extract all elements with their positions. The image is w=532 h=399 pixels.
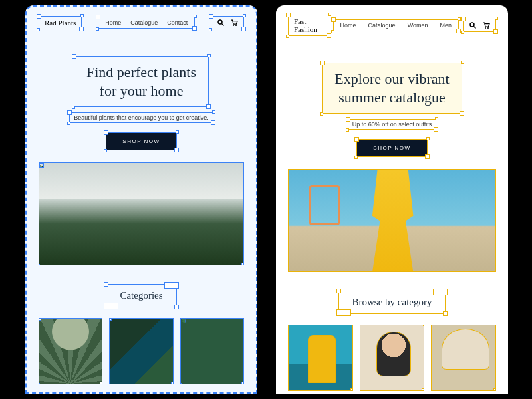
hero-title[interactable]: Explore our vibrant summer catalogue <box>322 63 462 114</box>
category-card[interactable] <box>360 325 425 391</box>
category-card[interactable] <box>39 318 102 384</box>
nav-item-men[interactable]: Men <box>440 22 452 29</box>
nav-item-women[interactable]: Women <box>408 22 428 29</box>
hero-subtitle[interactable]: Beautiful plants that encourage you to g… <box>69 112 213 123</box>
svg-line-1 <box>222 24 224 26</box>
hero-subtitle[interactable]: Up to 60% off on select outfits <box>348 119 436 130</box>
categories-title[interactable]: Categories <box>106 284 176 307</box>
svg-point-3 <box>235 25 237 26</box>
svg-point-7 <box>487 27 489 29</box>
shop-now-button[interactable]: SHOP NOW <box>356 139 427 157</box>
header: Fast Fashion Home Catalogue Women Men <box>288 15 496 36</box>
search-icon[interactable] <box>217 19 225 27</box>
hero-image[interactable] <box>39 162 244 265</box>
categories-row <box>288 325 496 391</box>
hero-section: Find perfect plants for your home Beauti… <box>39 56 244 265</box>
categories-row <box>39 318 244 384</box>
design-canvas[interactable]: Rad Plants Home Catalogue Contact Find p… <box>25 5 508 394</box>
header-tools[interactable] <box>211 16 244 29</box>
nav-item-contact[interactable]: Contact <box>167 19 188 26</box>
hero-title[interactable]: Find perfect plants for your home <box>74 56 209 107</box>
logo[interactable]: Fast Fashion <box>288 15 329 36</box>
nav-item-catalogue[interactable]: Catalogue <box>368 22 396 29</box>
category-card[interactable] <box>109 318 173 384</box>
category-card[interactable] <box>288 325 353 391</box>
svg-point-6 <box>485 27 486 29</box>
nav-item-home[interactable]: Home <box>340 22 356 29</box>
hero-title-line1: Find perfect plants <box>86 64 196 80</box>
cart-icon[interactable] <box>482 21 490 29</box>
categories-title[interactable]: Browse by category <box>338 291 446 314</box>
categories-heading: Browse by category <box>288 291 496 314</box>
category-card[interactable] <box>431 325 496 391</box>
cart-icon[interactable] <box>230 19 238 27</box>
svg-point-2 <box>233 25 234 26</box>
template-frame-plants[interactable]: Rad Plants Home Catalogue Contact Find p… <box>25 5 257 394</box>
template-frame-fashion[interactable]: Fast Fashion Home Catalogue Women Men Ex… <box>276 5 508 394</box>
nav-menu[interactable]: Home Catalogue Women Men <box>333 19 459 31</box>
categories-heading: Categories <box>39 284 244 307</box>
logo-text: Fast Fashion <box>294 17 317 33</box>
shop-now-button[interactable]: SHOP NOW <box>106 132 176 150</box>
header: Rad Plants Home Catalogue Contact <box>39 16 244 29</box>
nav-item-catalogue[interactable]: Catalogue <box>130 19 158 26</box>
hero-title-line1: Explore our vibrant <box>334 70 449 87</box>
nav-item-home[interactable]: Home <box>105 19 121 26</box>
hero-section: Explore our vibrant summer catalogue Up … <box>288 63 496 272</box>
svg-line-5 <box>474 27 476 29</box>
svg-point-4 <box>470 23 474 27</box>
logo-text: Rad Plants <box>45 19 76 27</box>
hero-title-line2: summer catalogue <box>338 89 446 106</box>
hero-image[interactable] <box>288 169 496 272</box>
category-card[interactable] <box>180 318 244 384</box>
header-tools[interactable] <box>463 19 496 32</box>
search-icon[interactable] <box>469 21 477 29</box>
logo[interactable]: Rad Plants <box>39 16 82 29</box>
nav-menu[interactable]: Home Catalogue Contact <box>98 17 195 29</box>
svg-point-0 <box>218 20 222 24</box>
hero-title-line2: for your home <box>100 82 184 99</box>
